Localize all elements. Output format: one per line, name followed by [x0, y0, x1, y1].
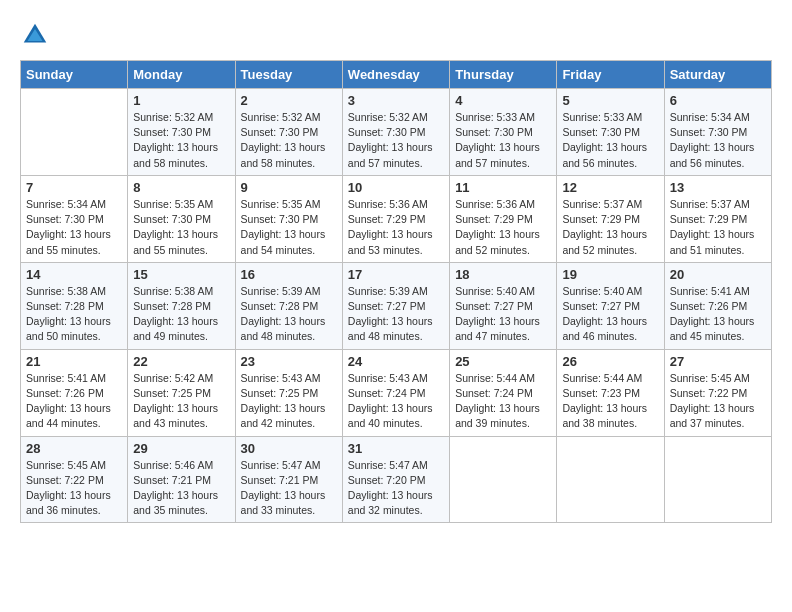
day-number: 20 [670, 267, 766, 282]
calendar-cell: 18Sunrise: 5:40 AM Sunset: 7:27 PM Dayli… [450, 262, 557, 349]
day-info: Sunrise: 5:35 AM Sunset: 7:30 PM Dayligh… [241, 197, 337, 258]
calendar-cell [664, 436, 771, 523]
day-info: Sunrise: 5:32 AM Sunset: 7:30 PM Dayligh… [348, 110, 444, 171]
header-cell-thursday: Thursday [450, 61, 557, 89]
day-info: Sunrise: 5:37 AM Sunset: 7:29 PM Dayligh… [670, 197, 766, 258]
day-number: 5 [562, 93, 658, 108]
day-info: Sunrise: 5:38 AM Sunset: 7:28 PM Dayligh… [26, 284, 122, 345]
day-info: Sunrise: 5:47 AM Sunset: 7:21 PM Dayligh… [241, 458, 337, 519]
calendar-cell: 13Sunrise: 5:37 AM Sunset: 7:29 PM Dayli… [664, 175, 771, 262]
calendar-cell: 26Sunrise: 5:44 AM Sunset: 7:23 PM Dayli… [557, 349, 664, 436]
day-number: 9 [241, 180, 337, 195]
day-info: Sunrise: 5:46 AM Sunset: 7:21 PM Dayligh… [133, 458, 229, 519]
calendar-cell: 17Sunrise: 5:39 AM Sunset: 7:27 PM Dayli… [342, 262, 449, 349]
day-number: 31 [348, 441, 444, 456]
day-number: 10 [348, 180, 444, 195]
day-number: 27 [670, 354, 766, 369]
day-number: 4 [455, 93, 551, 108]
day-info: Sunrise: 5:38 AM Sunset: 7:28 PM Dayligh… [133, 284, 229, 345]
day-info: Sunrise: 5:45 AM Sunset: 7:22 PM Dayligh… [670, 371, 766, 432]
day-info: Sunrise: 5:39 AM Sunset: 7:27 PM Dayligh… [348, 284, 444, 345]
day-number: 23 [241, 354, 337, 369]
page-header [20, 20, 772, 50]
day-info: Sunrise: 5:32 AM Sunset: 7:30 PM Dayligh… [241, 110, 337, 171]
day-info: Sunrise: 5:37 AM Sunset: 7:29 PM Dayligh… [562, 197, 658, 258]
day-number: 26 [562, 354, 658, 369]
day-info: Sunrise: 5:47 AM Sunset: 7:20 PM Dayligh… [348, 458, 444, 519]
day-number: 3 [348, 93, 444, 108]
calendar-cell: 27Sunrise: 5:45 AM Sunset: 7:22 PM Dayli… [664, 349, 771, 436]
day-info: Sunrise: 5:35 AM Sunset: 7:30 PM Dayligh… [133, 197, 229, 258]
calendar-cell: 1Sunrise: 5:32 AM Sunset: 7:30 PM Daylig… [128, 89, 235, 176]
day-number: 15 [133, 267, 229, 282]
calendar-cell: 7Sunrise: 5:34 AM Sunset: 7:30 PM Daylig… [21, 175, 128, 262]
day-info: Sunrise: 5:41 AM Sunset: 7:26 PM Dayligh… [670, 284, 766, 345]
day-number: 29 [133, 441, 229, 456]
calendar-cell: 24Sunrise: 5:43 AM Sunset: 7:24 PM Dayli… [342, 349, 449, 436]
calendar-cell: 21Sunrise: 5:41 AM Sunset: 7:26 PM Dayli… [21, 349, 128, 436]
day-number: 17 [348, 267, 444, 282]
calendar-cell: 6Sunrise: 5:34 AM Sunset: 7:30 PM Daylig… [664, 89, 771, 176]
day-number: 13 [670, 180, 766, 195]
day-number: 6 [670, 93, 766, 108]
day-number: 8 [133, 180, 229, 195]
calendar-cell [450, 436, 557, 523]
header-row: SundayMondayTuesdayWednesdayThursdayFrid… [21, 61, 772, 89]
day-number: 24 [348, 354, 444, 369]
week-row-1: 7Sunrise: 5:34 AM Sunset: 7:30 PM Daylig… [21, 175, 772, 262]
day-info: Sunrise: 5:32 AM Sunset: 7:30 PM Dayligh… [133, 110, 229, 171]
day-info: Sunrise: 5:34 AM Sunset: 7:30 PM Dayligh… [670, 110, 766, 171]
calendar-cell: 11Sunrise: 5:36 AM Sunset: 7:29 PM Dayli… [450, 175, 557, 262]
week-row-2: 14Sunrise: 5:38 AM Sunset: 7:28 PM Dayli… [21, 262, 772, 349]
day-info: Sunrise: 5:33 AM Sunset: 7:30 PM Dayligh… [455, 110, 551, 171]
day-info: Sunrise: 5:45 AM Sunset: 7:22 PM Dayligh… [26, 458, 122, 519]
calendar-cell [21, 89, 128, 176]
day-number: 25 [455, 354, 551, 369]
calendar-cell: 29Sunrise: 5:46 AM Sunset: 7:21 PM Dayli… [128, 436, 235, 523]
calendar-cell: 22Sunrise: 5:42 AM Sunset: 7:25 PM Dayli… [128, 349, 235, 436]
day-number: 16 [241, 267, 337, 282]
calendar-cell: 23Sunrise: 5:43 AM Sunset: 7:25 PM Dayli… [235, 349, 342, 436]
calendar-cell: 30Sunrise: 5:47 AM Sunset: 7:21 PM Dayli… [235, 436, 342, 523]
calendar-cell [557, 436, 664, 523]
header-cell-wednesday: Wednesday [342, 61, 449, 89]
day-number: 18 [455, 267, 551, 282]
day-info: Sunrise: 5:40 AM Sunset: 7:27 PM Dayligh… [562, 284, 658, 345]
day-info: Sunrise: 5:40 AM Sunset: 7:27 PM Dayligh… [455, 284, 551, 345]
day-number: 2 [241, 93, 337, 108]
week-row-0: 1Sunrise: 5:32 AM Sunset: 7:30 PM Daylig… [21, 89, 772, 176]
calendar-cell: 19Sunrise: 5:40 AM Sunset: 7:27 PM Dayli… [557, 262, 664, 349]
calendar-cell: 4Sunrise: 5:33 AM Sunset: 7:30 PM Daylig… [450, 89, 557, 176]
day-number: 21 [26, 354, 122, 369]
calendar-cell: 12Sunrise: 5:37 AM Sunset: 7:29 PM Dayli… [557, 175, 664, 262]
calendar-cell: 2Sunrise: 5:32 AM Sunset: 7:30 PM Daylig… [235, 89, 342, 176]
calendar-cell: 31Sunrise: 5:47 AM Sunset: 7:20 PM Dayli… [342, 436, 449, 523]
day-number: 30 [241, 441, 337, 456]
calendar-header: SundayMondayTuesdayWednesdayThursdayFrid… [21, 61, 772, 89]
calendar-cell: 20Sunrise: 5:41 AM Sunset: 7:26 PM Dayli… [664, 262, 771, 349]
day-number: 28 [26, 441, 122, 456]
day-number: 1 [133, 93, 229, 108]
calendar-cell: 25Sunrise: 5:44 AM Sunset: 7:24 PM Dayli… [450, 349, 557, 436]
day-info: Sunrise: 5:43 AM Sunset: 7:24 PM Dayligh… [348, 371, 444, 432]
header-cell-tuesday: Tuesday [235, 61, 342, 89]
day-info: Sunrise: 5:33 AM Sunset: 7:30 PM Dayligh… [562, 110, 658, 171]
calendar-cell: 3Sunrise: 5:32 AM Sunset: 7:30 PM Daylig… [342, 89, 449, 176]
calendar-cell: 28Sunrise: 5:45 AM Sunset: 7:22 PM Dayli… [21, 436, 128, 523]
day-number: 12 [562, 180, 658, 195]
day-number: 19 [562, 267, 658, 282]
header-cell-sunday: Sunday [21, 61, 128, 89]
week-row-4: 28Sunrise: 5:45 AM Sunset: 7:22 PM Dayli… [21, 436, 772, 523]
logo-icon [20, 20, 50, 50]
day-info: Sunrise: 5:44 AM Sunset: 7:24 PM Dayligh… [455, 371, 551, 432]
calendar-cell: 10Sunrise: 5:36 AM Sunset: 7:29 PM Dayli… [342, 175, 449, 262]
calendar-table: SundayMondayTuesdayWednesdayThursdayFrid… [20, 60, 772, 523]
day-info: Sunrise: 5:36 AM Sunset: 7:29 PM Dayligh… [455, 197, 551, 258]
day-info: Sunrise: 5:44 AM Sunset: 7:23 PM Dayligh… [562, 371, 658, 432]
day-number: 14 [26, 267, 122, 282]
header-cell-monday: Monday [128, 61, 235, 89]
day-info: Sunrise: 5:42 AM Sunset: 7:25 PM Dayligh… [133, 371, 229, 432]
day-number: 7 [26, 180, 122, 195]
logo [20, 20, 54, 50]
calendar-cell: 9Sunrise: 5:35 AM Sunset: 7:30 PM Daylig… [235, 175, 342, 262]
